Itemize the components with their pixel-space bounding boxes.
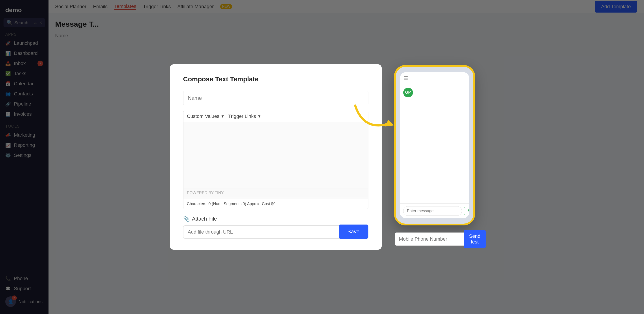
phone-send-button[interactable]: Send [464,207,470,215]
name-input[interactable] [183,91,368,105]
editor-content[interactable] [184,122,368,188]
phone-chat-area: GP [400,84,470,203]
powered-by-label: POWERED BY TINY [184,188,368,197]
editor-toolbar: Custom Values ▼ Trigger Links ▼ [183,111,368,122]
custom-values-label: Custom Values [187,113,220,119]
custom-values-button[interactable]: Custom Values ▼ [187,113,225,119]
paperclip-icon: 📎 [183,216,190,222]
save-button[interactable]: Save [339,225,368,239]
hamburger-icon: ☰ [404,76,408,81]
text-editor[interactable]: POWERED BY TINY [183,122,368,199]
phone-header: ☰ [400,72,470,84]
modal-title: Compose Text Template [183,75,368,83]
avatar: GP [403,88,413,97]
modal-overlay: Compose Text Template Custom Values ▼ Tr… [0,0,644,314]
attach-url-input[interactable] [183,225,354,239]
trigger-links-chevron: ▼ [257,114,261,119]
phone-frame: ☰ GP Send [395,66,474,225]
svg-marker-0 [385,120,394,126]
send-test-row: Send test [395,230,474,248]
phone-preview-container: ☰ GP Send Send test [395,66,474,248]
trigger-links-button[interactable]: Trigger Links ▼ [228,113,261,119]
phone-input-row: Send [400,203,470,218]
phone-message-input[interactable] [403,206,462,216]
attach-label: 📎 Attach File [183,216,368,222]
phone-screen: ☰ GP Send [400,72,470,218]
mobile-phone-input[interactable] [395,233,464,246]
modal-dialog: Compose Text Template Custom Values ▼ Tr… [170,64,382,250]
trigger-links-label: Trigger Links [228,113,256,119]
editor-stats: Characters: 0 (Num. Segments 0) Approx. … [183,199,368,209]
attach-label-text: Attach File [192,216,217,222]
custom-values-chevron: ▼ [221,114,225,119]
send-test-button[interactable]: Send test [464,230,486,248]
